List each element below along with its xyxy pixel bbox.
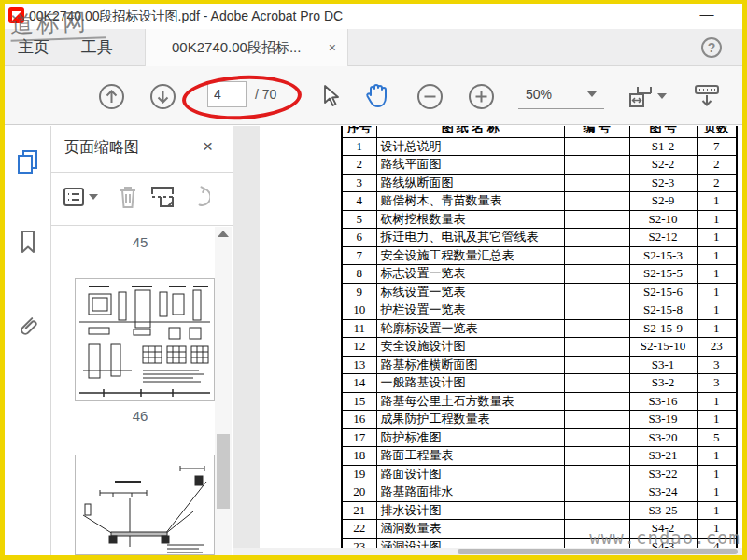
table-cell: 排水设计图 <box>376 501 564 520</box>
table-cell: 拆迁电力、电讯及其它管线表 <box>376 229 564 247</box>
table-cell: 8 <box>342 265 376 284</box>
table-cell: 护栏设置一览表 <box>376 301 564 320</box>
table-cell: 安全设施工程数量汇总表 <box>376 246 564 265</box>
table-row: 19路面设计图S3-221 <box>342 465 737 483</box>
crop-pages-icon <box>148 185 176 209</box>
table-row: 6拆迁电力、电讯及其它管线表S2-121 <box>342 229 737 247</box>
trash-icon <box>117 184 139 210</box>
table-cell: 4 <box>342 192 376 211</box>
table-cell: S2-9 <box>629 192 697 211</box>
tab-document[interactable]: 00K2740.00段招标... × <box>145 29 348 66</box>
minimize-button[interactable]: — <box>698 6 716 21</box>
table-cell: 标线设置一览表 <box>376 283 564 301</box>
next-page-button[interactable] <box>149 82 176 110</box>
horizontal-scrollbar-thumb[interactable] <box>458 549 738 554</box>
table-cell: 1 <box>697 192 737 211</box>
table-cell: 轮廓标设置一览表 <box>376 319 564 338</box>
drawing-thumbnail-46 <box>76 279 214 400</box>
table-header-cell: 页数 <box>697 126 737 137</box>
toolbar-dock-button[interactable] <box>693 82 721 110</box>
page-thumbnails-panel-button[interactable] <box>15 148 41 175</box>
tab-document-label: 00K2740.00段招标... <box>172 29 301 66</box>
crop-pages-button[interactable] <box>148 185 176 209</box>
table-cell: S3-25 <box>629 501 697 520</box>
zoom-out-button[interactable] <box>416 82 444 110</box>
previous-page-button[interactable] <box>98 82 125 110</box>
bookmarks-panel-button[interactable] <box>15 229 41 255</box>
zoom-level-dropdown[interactable]: 50% <box>518 79 604 109</box>
zoom-in-button[interactable] <box>468 82 495 110</box>
table-cell: 10 <box>342 301 376 320</box>
table-cell: 6 <box>342 229 376 247</box>
table-cell: 12 <box>342 338 376 357</box>
paperclip-icon <box>15 315 41 341</box>
cursor-arrow-icon <box>320 84 341 108</box>
table-row: 18路面工程量表S3-211 <box>342 447 737 466</box>
table-cell: 2 <box>697 174 737 192</box>
options-list-icon <box>63 187 85 207</box>
thumbnail-page-46[interactable] <box>75 278 215 401</box>
table-cell: S3-2 <box>629 374 697 393</box>
table-cell <box>564 465 629 483</box>
tab-home[interactable]: 主页 <box>18 29 49 66</box>
table-row: 9标线设置一览表S2-15-61 <box>342 283 737 301</box>
thumb-label-46[interactable]: 46 <box>70 408 210 424</box>
table-cell: 赔偿树木、青苗数量表 <box>376 192 564 211</box>
thumbnail-options-button[interactable] <box>63 187 98 207</box>
delete-pages-button[interactable] <box>117 184 139 210</box>
table-cell: 成果防护工程数量表 <box>376 411 564 429</box>
table-cell: 路面设计图 <box>376 465 564 483</box>
acrobat-icon <box>8 7 24 23</box>
rotate-pages-button[interactable] <box>188 185 210 209</box>
table-row: 5砍树挖根数量表S2-101 <box>342 210 737 229</box>
close-panel-icon[interactable]: × <box>203 136 213 157</box>
tab-tools[interactable]: 工具 <box>81 29 113 66</box>
table-cell <box>564 229 629 247</box>
close-tab-icon[interactable]: × <box>329 29 336 66</box>
help-icon[interactable]: ? <box>701 37 722 58</box>
table-row: 13路基标准横断面图S3-13 <box>342 356 737 374</box>
table-cell: 安全设施设计图 <box>376 338 564 357</box>
table-row: 15路基每公里土石方数量表S3-161 <box>342 392 737 411</box>
scroll-up-icon[interactable] <box>218 231 229 237</box>
table-cell: 16 <box>342 411 376 429</box>
table-cell: S4-2 <box>629 520 697 539</box>
select-tool-button[interactable] <box>320 82 341 110</box>
table-cell: 路线纵断面图 <box>376 174 564 192</box>
plus-circle-icon <box>468 83 495 110</box>
table-cell: 13 <box>342 356 376 374</box>
minus-circle-icon <box>416 83 444 110</box>
table-cell: 23 <box>697 338 737 357</box>
table-cell: 1 <box>697 246 737 265</box>
page-number-input[interactable] <box>207 81 247 107</box>
table-header-cell: 图 号 <box>629 126 697 137</box>
thumbnails-scrollbar[interactable] <box>215 227 232 555</box>
thumb-label-45[interactable]: 45 <box>70 234 210 250</box>
table-cell: 1 <box>697 265 737 284</box>
table-cell: 3 <box>697 374 737 393</box>
table-row: 10护栏设置一览表S2-15-81 <box>342 301 737 320</box>
table-cell: 1 <box>697 301 737 320</box>
attachments-panel-button[interactable] <box>15 315 41 341</box>
table-cell: 21 <box>342 501 376 520</box>
table-row: 3路线纵断面图S2-32 <box>342 174 737 192</box>
table-row: 2路线平面图S2-22 <box>342 156 737 175</box>
page-fit-dropdown[interactable] <box>628 82 667 110</box>
bookmark-icon <box>15 229 41 255</box>
table-cell: 1 <box>697 447 737 466</box>
table-cell: 防护标准图 <box>376 428 564 447</box>
title-bar: 00K2740.00段招标设计图.pdf - Adobe Acrobat Pro… <box>5 4 742 29</box>
thumbnail-page-47[interactable] <box>75 455 215 555</box>
page-total-label: / 70 <box>255 87 276 102</box>
hand-tool-button[interactable] <box>363 82 389 110</box>
table-cell: 1 <box>342 137 376 156</box>
table-cell: S3-22 <box>629 465 697 483</box>
table-row: 14一般路基设计图S3-23 <box>342 374 737 393</box>
table-cell: 设计总说明 <box>376 137 564 156</box>
scrollbar-thumb[interactable] <box>217 434 230 509</box>
tab-bar: 主页 工具 00K2740.00段招标... × ? <box>5 29 742 66</box>
table-cell: 2 <box>697 156 737 175</box>
horizontal-scrollbar[interactable] <box>233 548 742 555</box>
table-cell: S2-10 <box>629 210 697 229</box>
table-cell: 20 <box>342 483 376 502</box>
